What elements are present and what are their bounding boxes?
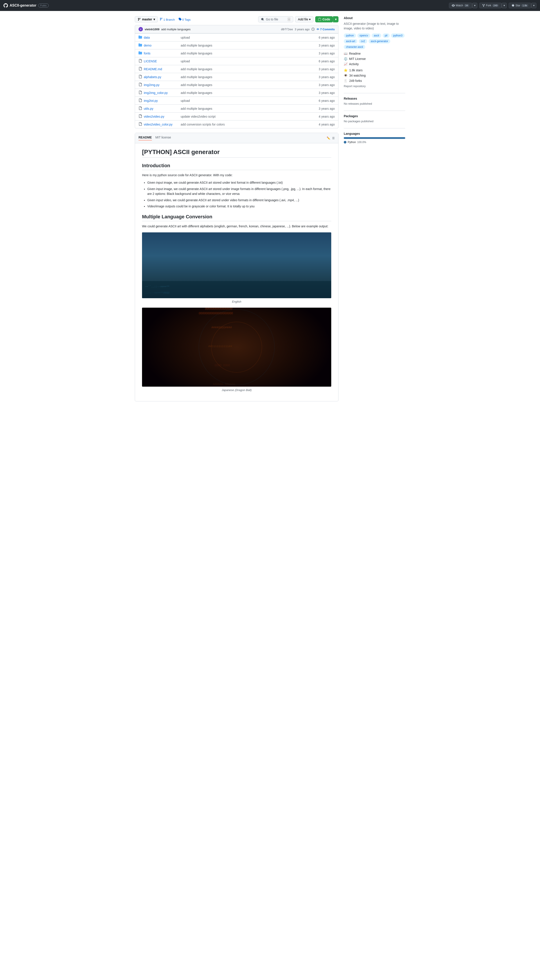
tag-item[interactable]: ascii-art bbox=[344, 39, 357, 43]
commits-count: 7 Commits bbox=[320, 28, 335, 31]
branch-count-link[interactable]: 1 Branch bbox=[159, 18, 175, 21]
tag-list: pythonopencvasciipilpython3ascii-artcv2a… bbox=[344, 33, 405, 49]
file-name-link[interactable]: img2img.py bbox=[144, 83, 179, 87]
file-rows: dataupload6 years agodemoadd multiple la… bbox=[135, 33, 338, 128]
fork-icon bbox=[482, 4, 485, 7]
folder-icon bbox=[139, 43, 142, 48]
repo-name[interactable]: ASCII-generator Public bbox=[3, 3, 49, 8]
stars-icon: ⭐ bbox=[344, 68, 347, 72]
add-file-group: Add file ▾ bbox=[295, 16, 314, 22]
file-name-link[interactable]: video2video.py bbox=[144, 115, 179, 118]
code-icon bbox=[318, 18, 321, 21]
readme-multilang-body: We could generate ASCII art with differe… bbox=[142, 224, 331, 229]
file-age: 4 years ago bbox=[313, 123, 335, 126]
readme-body: [PYTHON] ASCII generator Introduction He… bbox=[135, 143, 338, 401]
readme-bullets: Given input image, we could generate ASC… bbox=[147, 180, 331, 209]
avatar: v bbox=[139, 27, 143, 31]
tag-count-link[interactable]: 0 Tags bbox=[178, 18, 191, 21]
go-to-file-button[interactable]: Go to file t bbox=[258, 16, 293, 22]
star-button[interactable]: Star 1.8k bbox=[509, 3, 531, 8]
file-age: 3 years ago bbox=[313, 52, 335, 55]
file-name-link[interactable]: img2img_color.py bbox=[144, 91, 179, 95]
fork-stat[interactable]: 🍴 249 forks bbox=[344, 79, 405, 83]
license-link-label: MIT License bbox=[349, 57, 366, 60]
python-lang-percent: 100.0% bbox=[357, 141, 366, 144]
tag-item[interactable]: python bbox=[344, 33, 356, 38]
readme-tabs: README MIT license bbox=[139, 135, 171, 140]
file-age: 3 years ago bbox=[313, 83, 335, 87]
file-icon bbox=[139, 115, 142, 118]
branch-bar: master ▾ 1 Branch 0 Tags Go to file t bbox=[135, 16, 338, 22]
list-item: Given input video, we could generate ASC… bbox=[147, 198, 331, 202]
commit-sha[interactable]: d0ff3ee bbox=[281, 28, 293, 31]
file-name-link[interactable]: utils.py bbox=[144, 107, 179, 110]
ascii-image-japanese: @@@@@@@@@@@@@@@@ @@@@@@@@@@@@@@@@@@@@ ##… bbox=[142, 308, 331, 387]
file-name-link[interactable]: LICENSE bbox=[144, 59, 179, 63]
branch-select-button[interactable]: master ▾ bbox=[135, 16, 158, 22]
about-text-container: ASCII generator (image to text, image to… bbox=[344, 22, 405, 31]
tag-item[interactable]: character-ascii bbox=[344, 45, 365, 49]
sidebar-link-readme[interactable]: 📖 Readme bbox=[344, 52, 405, 55]
tag-item[interactable]: pil bbox=[382, 33, 390, 38]
readme-title: [PYTHON] ASCII generator bbox=[142, 148, 331, 158]
clock-icon bbox=[312, 28, 315, 31]
languages-section: Languages Python 100.0% bbox=[344, 132, 405, 144]
add-file-button[interactable]: Add file ▾ bbox=[295, 16, 314, 22]
code-dropdown-button[interactable]: ▾ bbox=[333, 16, 338, 22]
file-name-link[interactable]: alphabets.py bbox=[144, 75, 179, 79]
code-button[interactable]: Code bbox=[315, 16, 333, 22]
tag-item[interactable]: opencv bbox=[357, 33, 370, 38]
file-name-link[interactable]: demo bbox=[144, 44, 179, 47]
tag-item[interactable]: python3 bbox=[391, 33, 405, 38]
watching-stat[interactable]: 👁️ 34 watching bbox=[344, 74, 405, 77]
fork-dropdown-button[interactable]: ▾ bbox=[502, 3, 507, 8]
code-group: Code ▾ bbox=[315, 16, 338, 22]
star-stat[interactable]: ⭐ 1.8k stars bbox=[344, 68, 405, 72]
tag-item[interactable]: cv2 bbox=[359, 39, 367, 43]
file-commit-message: upload bbox=[181, 36, 311, 39]
file-age: 6 years ago bbox=[313, 36, 335, 39]
readme-tab-readme[interactable]: README bbox=[139, 135, 152, 140]
file-commit-message: upload bbox=[181, 99, 311, 102]
table-row: fontsadd multiple languages3 years ago bbox=[135, 49, 338, 57]
commits-link[interactable]: 7 Commits bbox=[316, 28, 335, 31]
readme-list-button[interactable]: ☰ bbox=[332, 137, 335, 140]
readme-tab-license[interactable]: MIT license bbox=[155, 135, 171, 140]
table-row: dataupload6 years ago bbox=[135, 33, 338, 41]
file-name-link[interactable]: data bbox=[144, 36, 179, 39]
activity-link-label: Activity bbox=[349, 62, 359, 66]
watch-button[interactable]: Watch 34 bbox=[449, 3, 472, 8]
caption-english: English bbox=[142, 299, 331, 304]
file-name-link[interactable]: img2txt.py bbox=[144, 99, 179, 102]
readme-intro-body: Here is my python source code for ASCII … bbox=[142, 173, 331, 178]
branch-icon bbox=[138, 18, 141, 21]
tag-item[interactable]: ascii-generator bbox=[368, 39, 390, 43]
file-commit-message: add multiple languages bbox=[181, 67, 311, 71]
edit-readme-button[interactable]: ✏️ bbox=[327, 137, 330, 140]
file-name-link[interactable]: README.md bbox=[144, 67, 179, 71]
ascii-image-japanese-container: @@@@@@@@@@@@@@@@ @@@@@@@@@@@@@@@@@@@@ ##… bbox=[142, 308, 331, 393]
public-badge: Public bbox=[38, 3, 49, 8]
file-name-link[interactable]: fonts bbox=[144, 52, 179, 55]
sidebar-links: 📖 Readme ⚖️ MIT License 📈 Activity bbox=[344, 52, 405, 66]
fork-button[interactable]: Fork 249 bbox=[479, 3, 502, 8]
file-age: 3 years ago bbox=[313, 75, 335, 79]
file-table: dataupload6 years agodemoadd multiple la… bbox=[135, 33, 338, 128]
tag-item[interactable]: ascii bbox=[372, 33, 381, 38]
python-lang-item: Python 100.0% bbox=[344, 141, 405, 144]
readme-section: README MIT license ✏️ ☰ [PYTHON] ASCII g… bbox=[135, 133, 338, 401]
star-dropdown-button[interactable]: ▾ bbox=[531, 3, 537, 8]
report-repo-link[interactable]: Report repository bbox=[344, 84, 366, 88]
table-row: video2video_color.pyadd conversion scrip… bbox=[135, 120, 338, 128]
table-row: LICENSEupload6 years ago bbox=[135, 57, 338, 65]
svg-rect-9 bbox=[142, 308, 331, 387]
branch-meta: 1 Branch 0 Tags bbox=[159, 18, 191, 21]
commit-username[interactable]: vietnh1009 bbox=[145, 28, 159, 31]
folder-icon bbox=[139, 35, 142, 40]
releases-empty: No releases published bbox=[344, 102, 405, 105]
sidebar-link-activity[interactable]: 📈 Activity bbox=[344, 62, 405, 66]
watch-dropdown-button[interactable]: ▾ bbox=[472, 3, 478, 8]
readme-intro-heading: Introduction bbox=[142, 163, 331, 170]
sidebar-link-license[interactable]: ⚖️ MIT License bbox=[344, 57, 405, 60]
file-name-link[interactable]: video2video_color.py bbox=[144, 123, 179, 126]
